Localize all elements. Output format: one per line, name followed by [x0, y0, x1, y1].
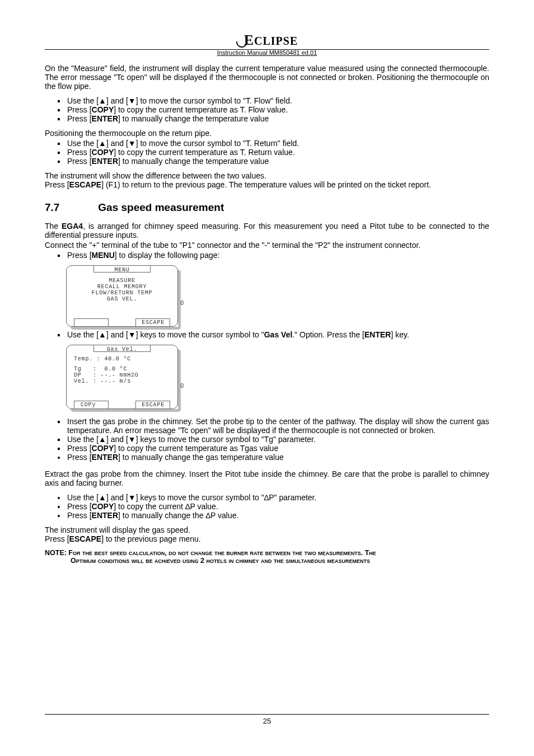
- lcd-line: Temp. : 40.0 °C: [74, 356, 131, 362]
- list-item: Press [COPY] to copy the current tempera…: [66, 105, 489, 114]
- list-item: Use the [▲] and [▼] to move the cursor s…: [66, 139, 489, 148]
- note-paragraph: NOTE: For the best speed calculation, do…: [45, 549, 489, 565]
- menu-prompt-list: Press [MENU] to display the following pa…: [45, 251, 489, 260]
- step-text: Use the [▲] and [▼] to move the cursor s…: [67, 96, 292, 105]
- section-title: Gas speed measurement: [98, 201, 224, 213]
- diff-line2: Press [ESCAPE] (F1) to return to the pre…: [45, 180, 489, 189]
- note-body: For the best speed calculation, do not c…: [68, 549, 376, 557]
- gasvel-prompt-list: Use the [▲] and [▼] keys to move the cur…: [45, 330, 489, 339]
- list-item: Insert the gas probe in the chimney. Set…: [66, 417, 489, 435]
- return-intro: Positioning the thermocouple on the retu…: [45, 129, 489, 138]
- list-item: Use the [▲] and [▼] keys to move the cur…: [66, 493, 489, 502]
- step-text: Press [COPY] to copy the current tempera…: [67, 148, 295, 157]
- step-text: Press [MENU] to display the following pa…: [67, 251, 219, 260]
- probe-steps-list-dot: Press [ENTER] to manually change the gas…: [45, 453, 489, 462]
- lcd-line: GAS VEL.: [66, 296, 178, 302]
- note-lead: NOTE:: [45, 549, 68, 557]
- step-text: Press [COPY] to copy the current tempera…: [67, 105, 288, 114]
- lcd-side-char: 0: [180, 300, 184, 306]
- step-text: Press [ENTER] to manually change the tem…: [67, 114, 269, 123]
- step-text: Use the [▲] and [▼] keys to move the cur…: [67, 330, 409, 339]
- lcd-title: Gas Vel.: [66, 346, 178, 353]
- list-item: Press [MENU] to display the following pa…: [66, 251, 489, 260]
- connect-line: Connect the "+" terminal of the tube to …: [45, 241, 489, 250]
- extract-paragraph: Extract the gas probe from the chimney. …: [45, 469, 489, 487]
- lcd-menu-screen: MENU MEASURE RECALL MEMORY FLOW/RETURN T…: [66, 265, 178, 327]
- return-steps-list: Use the [▲] and [▼] to move the cursor s…: [45, 139, 489, 166]
- step-text: Use the [▲] and [▼] keys to move the cur…: [67, 493, 316, 502]
- lcd-escape-button: ESCAPE: [142, 402, 165, 408]
- brand-logo: ECLIPSE: [45, 34, 489, 49]
- lcd-line: MEASURE: [66, 278, 178, 284]
- speed-line2: Press [ESCAPE] to the previous page menu…: [45, 534, 489, 543]
- page-number: 25: [45, 717, 489, 725]
- list-item: Use the [▲] and [▼] to move the cursor s…: [66, 96, 489, 105]
- lcd-line: Vel. : --.- m/s: [74, 378, 131, 384]
- list-item: Press [ENTER] to manually change the gas…: [66, 453, 489, 462]
- list-item: Press [COPY] to copy the current tempera…: [66, 444, 489, 453]
- note-body2: Optimum conditions will be achieved usin…: [71, 557, 370, 565]
- step-text: Press [COPY] to copy the current tempera…: [67, 444, 278, 453]
- diff-line1: The instrument will show the difference …: [45, 171, 489, 180]
- list-item: Press [COPY] to copy the current tempera…: [66, 148, 489, 157]
- list-item: Press [COPY] to copy the current ∆P valu…: [66, 502, 489, 511]
- step-text: Press [ENTER] to manually change the ∆P …: [67, 511, 238, 520]
- ega-paragraph: The EGA4, is arranged for chimney speed …: [45, 222, 489, 240]
- list-item: Press [ENTER] to manually change the ∆P …: [66, 511, 489, 520]
- step-text: Press [ENTER] to manually change the tem…: [67, 157, 269, 166]
- lcd-escape-button: ESCAPE: [142, 320, 165, 326]
- dp-steps-list: Use the [▲] and [▼] keys to move the cur…: [45, 493, 489, 520]
- list-item: Use the [▲] and [▼] keys to move the cur…: [66, 435, 489, 444]
- lcd-title: MENU: [66, 267, 178, 273]
- list-item: Use the [▲] and [▼] keys to move the cur…: [66, 330, 489, 339]
- footer-rule: [45, 714, 489, 715]
- lcd-copy-button: COPy: [81, 402, 96, 408]
- intro-paragraph: On the "Measure" field, the instrument w…: [45, 64, 489, 91]
- lcd-side-char: 0: [180, 383, 184, 389]
- section-heading: 7.7 Gas speed measurement: [45, 201, 489, 214]
- step-text: Press [ENTER] to manually change the gas…: [67, 453, 284, 462]
- flow-steps-list: Use the [▲] and [▼] to move the cursor s…: [45, 96, 489, 123]
- probe-steps-list: Insert the gas probe in the chimney. Set…: [45, 417, 489, 453]
- list-item: Press [ENTER] to manually change the tem…: [66, 114, 489, 123]
- manual-id: Instruction Manual MM850481 ed.01: [45, 49, 489, 56]
- step-text: Insert the gas probe in the chimney. Set…: [67, 417, 489, 435]
- lcd-line: DP : --.- mmH2O: [74, 372, 139, 378]
- lcd-gasvel-screen: Gas Vel. Temp. : 40.0 °C Tg : 0.0 °C DP …: [66, 345, 178, 409]
- step-text: Use the [▲] and [▼] keys to move the cur…: [67, 435, 316, 444]
- lcd-line: FLOW/RETURN TEMP: [66, 290, 178, 296]
- lcd-line: Tg : 0.0 °C: [74, 366, 127, 372]
- page-footer: 25: [45, 714, 489, 725]
- step-text: Use the [▲] and [▼] to move the cursor s…: [67, 139, 299, 148]
- section-number: 7.7: [45, 201, 95, 214]
- lcd-line: RECALL MEMORY: [66, 284, 178, 290]
- step-text: Press [COPY] to copy the current ∆P valu…: [67, 502, 218, 511]
- speed-line1: The instrument will display the gas spee…: [45, 525, 489, 534]
- list-item: Press [ENTER] to manually change the tem…: [66, 157, 489, 166]
